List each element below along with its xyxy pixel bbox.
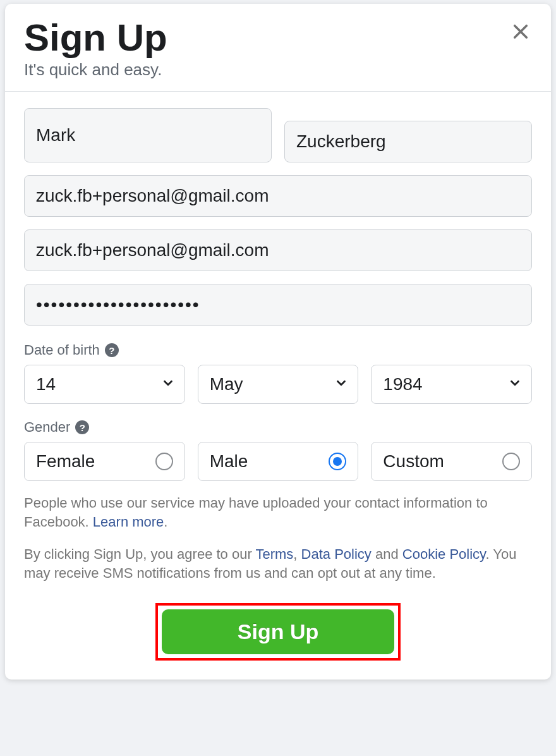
first-name-input[interactable] <box>24 108 272 162</box>
modal-body: Date of birth ? 14 May 1984 <box>5 92 551 680</box>
gender-label: Gender <box>24 419 70 436</box>
data-policy-link[interactable]: Data Policy <box>301 546 372 562</box>
contact-disclaimer: People who use our service may have uplo… <box>24 494 532 531</box>
close-icon <box>512 23 529 43</box>
email-confirm-input[interactable] <box>24 229 532 271</box>
modal-subtitle: It's quick and easy. <box>24 60 532 80</box>
submit-highlight: Sign Up <box>155 603 401 661</box>
gender-option-female[interactable]: Female <box>24 442 185 481</box>
surname-input[interactable] <box>284 121 532 162</box>
help-icon[interactable]: ? <box>105 343 119 357</box>
terms-disclaimer: By clicking Sign Up, you agree to our Te… <box>24 545 532 582</box>
radio-icon <box>329 453 346 470</box>
signup-modal: Sign Up It's quick and easy. Date of bir… <box>5 4 551 680</box>
dob-label: Date of birth <box>24 342 100 358</box>
modal-title: Sign Up <box>24 18 532 58</box>
gender-option-custom[interactable]: Custom <box>371 442 532 481</box>
gender-option-male[interactable]: Male <box>198 442 359 481</box>
modal-header: Sign Up It's quick and easy. <box>5 4 551 92</box>
help-icon[interactable]: ? <box>75 420 89 434</box>
dob-month-select[interactable]: May <box>198 365 359 404</box>
submit-wrap: Sign Up <box>24 603 532 661</box>
dob-section: Date of birth ? 14 May 1984 <box>24 342 532 404</box>
dob-day-select[interactable]: 14 <box>24 365 185 404</box>
dob-year-select[interactable]: 1984 <box>371 365 532 404</box>
password-input[interactable] <box>24 284 532 326</box>
gender-option-label: Custom <box>383 451 444 472</box>
email-input[interactable] <box>24 175 532 217</box>
gender-option-label: Male <box>210 451 248 472</box>
gender-section: Gender ? Female Male Custom <box>24 419 532 481</box>
dob-label-row: Date of birth ? <box>24 342 532 358</box>
radio-icon <box>155 453 173 470</box>
radio-icon <box>502 453 520 470</box>
cookie-policy-link[interactable]: Cookie Policy <box>402 546 486 562</box>
gender-label-row: Gender ? <box>24 419 532 436</box>
signup-button[interactable]: Sign Up <box>162 609 394 654</box>
learn-more-link[interactable]: Learn more <box>93 514 164 530</box>
terms-link[interactable]: Terms <box>255 546 293 562</box>
close-button[interactable] <box>508 20 533 46</box>
gender-option-label: Female <box>36 451 95 472</box>
